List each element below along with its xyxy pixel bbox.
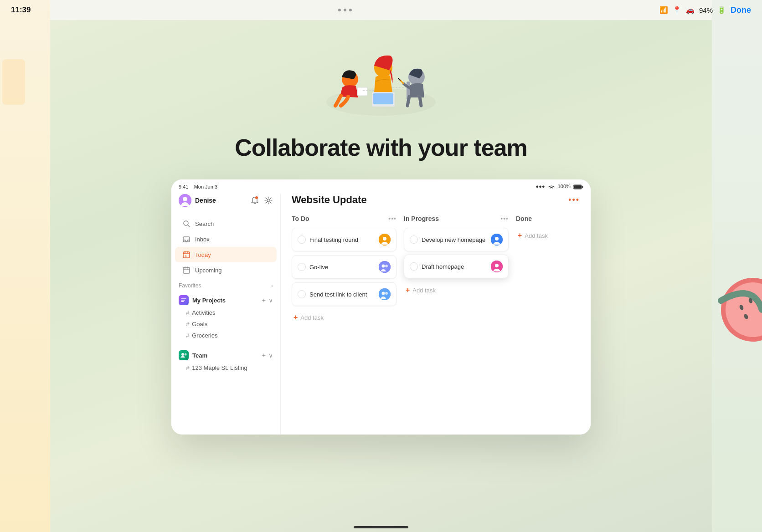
team-name: Team (192, 352, 207, 359)
dot2 (344, 9, 346, 11)
task-avatar-develop (491, 234, 503, 246)
sidebar-user-header: Denise (171, 194, 280, 207)
svg-rect-18 (574, 185, 582, 189)
task-golive-left: Go-live (298, 263, 328, 271)
watermelon-icon (712, 273, 762, 364)
groceries-label: Groceries (192, 332, 217, 339)
svg-point-39 (185, 353, 187, 356)
project-item-activities[interactable]: # Activities (182, 307, 273, 318)
task-checkbox-develop[interactable] (410, 235, 418, 244)
svg-line-14 (398, 78, 400, 80)
more-options-button[interactable]: ••• (568, 195, 580, 205)
svg-rect-7 (357, 87, 367, 96)
upcoming-nav-icon (182, 266, 190, 274)
app-mockup: 9:41 Mon Jun 3 ●●● 100% (171, 179, 591, 435)
todo-add-task-button[interactable]: + Add task (292, 310, 396, 325)
add-team-icon[interactable]: + (262, 352, 266, 359)
inprogress-options-button[interactable]: ••• (500, 215, 509, 222)
task-develop-homepage[interactable]: Develop new homepage (404, 228, 509, 251)
svg-point-47 (385, 292, 388, 295)
collaboration-illustration (322, 38, 440, 116)
svg-point-21 (183, 197, 187, 201)
task-name-draft: Draft homepage (422, 263, 464, 270)
svg-point-38 (181, 353, 184, 356)
task-golive[interactable]: Go-live (292, 255, 396, 279)
my-projects-avatar (179, 295, 189, 305)
avatar (179, 194, 191, 207)
wifi-icon-mockup (548, 184, 555, 190)
today-calendar-icon: 3 (183, 251, 190, 258)
home-indicator (354, 526, 408, 528)
task-draft-homepage[interactable]: Draft homepage (404, 255, 509, 278)
done-add-label: Add task (525, 232, 548, 239)
done-add-task-button[interactable]: + Add task (516, 228, 591, 243)
expand-team-icon[interactable]: ∨ (268, 352, 273, 359)
search-icon (183, 220, 190, 227)
sidebar-item-search[interactable]: Search (175, 216, 277, 231)
sidebar-item-inbox[interactable]: Inbox (175, 231, 277, 247)
right-decoration (712, 273, 762, 364)
status-bar: 11:39 📶 📍 🚗 94% 🔋 Done (0, 0, 762, 20)
left-panel (0, 0, 50, 532)
task-avatar-golive (379, 261, 391, 273)
settings-icon[interactable] (264, 196, 273, 205)
task-checkbox-send-test[interactable] (298, 290, 306, 298)
mockup-time: 9:41 Mon Jun 3 (179, 184, 217, 189)
battery-percent: 94% (699, 6, 713, 14)
right-panel (712, 0, 762, 532)
task-name-send-test: Send test link to client (309, 291, 367, 298)
main-content: Collaborate with your team 9:41 Mon Jun … (50, 20, 712, 532)
search-nav-label: Search (195, 220, 214, 227)
done-button[interactable]: Done (731, 5, 751, 15)
project-item-maple[interactable]: # 123 Maple St. Listing (182, 362, 273, 373)
hash-icon-goals: # (186, 321, 189, 327)
svg-rect-32 (183, 267, 190, 273)
today-nav-icon: 3 (182, 251, 190, 259)
kanban-board: To Do ••• Final testing round (281, 215, 591, 325)
team-actions: + ∨ (262, 352, 273, 359)
sidebar-item-upcoming[interactable]: Upcoming (175, 262, 277, 278)
inprogress-add-task-button[interactable]: + Add task (404, 282, 509, 298)
goals-label: Goals (192, 321, 207, 327)
my-projects-actions: + ∨ (262, 297, 273, 304)
project-item-groceries[interactable]: # Groceries (182, 330, 273, 341)
team-header-left: Team (179, 350, 207, 360)
svg-point-41 (383, 237, 386, 240)
inprogress-add-icon: + (406, 286, 410, 294)
task-left: Final testing round (298, 235, 358, 244)
team-avatar (179, 350, 189, 360)
expand-project-icon[interactable]: ∨ (268, 297, 273, 304)
project-item-goals[interactable]: # Goals (182, 318, 273, 330)
project-header-left: My Projects (179, 295, 226, 305)
task-final-testing[interactable]: Final testing round (292, 228, 396, 251)
main-panel: Website Update ••• To Do ••• (281, 179, 591, 435)
inprogress-column-header: In Progress ••• (404, 215, 509, 222)
location-icon: 📍 (673, 6, 681, 14)
team-icon (179, 350, 189, 360)
hero-title: Collaborate with your team (235, 134, 527, 161)
sidebar-item-today[interactable]: 3 Today (175, 247, 277, 262)
done-column-header: Done (516, 215, 591, 222)
svg-point-23 (267, 199, 270, 202)
notification-icon[interactable] (250, 196, 259, 205)
task-send-test-link[interactable]: Send test link to client (292, 282, 396, 306)
task-checkbox-draft[interactable] (410, 262, 418, 271)
hash-icon-activities: # (186, 309, 189, 316)
task-checkbox-final-testing[interactable] (298, 235, 306, 244)
task-name-develop: Develop new homepage (422, 236, 485, 243)
svg-point-51 (495, 264, 499, 267)
task-develop-left: Develop new homepage (410, 235, 485, 244)
task-name-final-testing: Final testing round (309, 236, 358, 243)
inbox-icon (183, 235, 190, 243)
task-checkbox-golive[interactable] (298, 263, 306, 271)
add-project-icon[interactable]: + (262, 297, 266, 304)
inprogress-add-label: Add task (412, 287, 436, 294)
favorites-title: Favorites (179, 282, 201, 289)
svg-rect-10 (373, 93, 393, 104)
mockup-signal-wifi-battery: ●●● 100% (536, 184, 583, 189)
upcoming-calendar-icon (183, 266, 190, 274)
todo-options-button[interactable]: ••• (388, 215, 396, 222)
hero-section: Collaborate with your team 9:41 Mon Jun … (50, 20, 712, 435)
done-title: Done (516, 215, 532, 222)
svg-text:3: 3 (185, 255, 187, 257)
